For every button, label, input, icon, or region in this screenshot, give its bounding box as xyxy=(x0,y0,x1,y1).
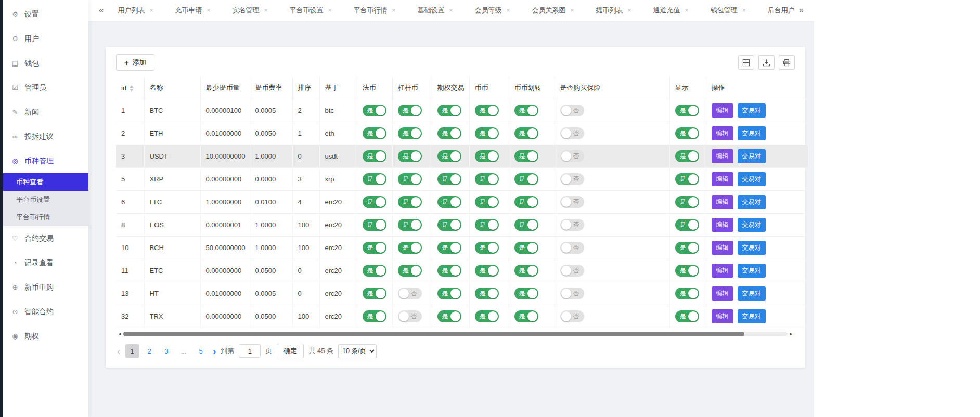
toggle-insurance[interactable]: 否 xyxy=(560,219,584,231)
sidebar-item-contract-trade[interactable]: ♡合约交易 xyxy=(3,226,88,251)
toggle-transfer[interactable]: 是 xyxy=(514,310,538,322)
trading-pair-button[interactable]: 交易对 xyxy=(738,264,766,278)
tab-user-list[interactable]: 用户列表× xyxy=(110,2,161,19)
toggle-options-trading[interactable]: 是 xyxy=(437,196,461,208)
column-toggle-button[interactable] xyxy=(738,55,754,70)
toggle-visible[interactable]: 是 xyxy=(675,265,699,277)
toggle-fiat[interactable]: 是 xyxy=(363,219,386,231)
toggle-spot[interactable]: 是 xyxy=(475,150,499,162)
tab-member-relation-graph[interactable]: 会员关系图× xyxy=(524,2,582,19)
toggle-spot[interactable]: 是 xyxy=(475,173,499,185)
toggle-transfer[interactable]: 是 xyxy=(514,242,538,254)
sidebar-item-wallet[interactable]: ▤钱包 xyxy=(3,51,88,75)
toggle-options-trading[interactable]: 是 xyxy=(437,173,461,185)
sidebar-item-users[interactable]: Ω用户 xyxy=(3,27,88,51)
tab-close-icon[interactable]: × xyxy=(628,7,631,14)
tab-deposit-requests[interactable]: 充币申请× xyxy=(167,2,218,19)
toggle-visible[interactable]: 是 xyxy=(675,150,699,162)
toggle-transfer[interactable]: 是 xyxy=(514,288,538,299)
toggle-visible[interactable]: 是 xyxy=(675,127,699,139)
toggle-spot[interactable]: 是 xyxy=(475,310,499,322)
toggle-insurance[interactable]: 否 xyxy=(560,173,584,185)
toggle-fiat[interactable]: 是 xyxy=(363,173,386,185)
toggle-leverage[interactable]: 是 xyxy=(398,150,422,162)
trading-pair-button[interactable]: 交易对 xyxy=(738,309,766,323)
page-number-3[interactable]: 3 xyxy=(160,344,174,358)
toggle-spot[interactable]: 是 xyxy=(475,265,499,277)
page-number-1[interactable]: 1 xyxy=(125,344,139,358)
toggle-insurance[interactable]: 否 xyxy=(560,242,584,254)
edit-button[interactable]: 编辑 xyxy=(712,286,733,301)
sidebar-item-new-coin-subscribe[interactable]: ⊕新币申购 xyxy=(3,275,88,299)
tab-wallet-manage[interactable]: 钱包管理× xyxy=(703,2,754,19)
tab-close-icon[interactable]: × xyxy=(207,7,210,14)
tab-backend-users[interactable]: 后台用户× xyxy=(760,2,796,19)
toggle-visible[interactable]: 是 xyxy=(675,173,699,185)
tab-close-icon[interactable]: × xyxy=(685,7,689,14)
toggle-fiat[interactable]: 是 xyxy=(363,127,386,139)
tab-close-icon[interactable]: × xyxy=(449,7,453,14)
sidebar-item-news[interactable]: ✎新闻 xyxy=(3,100,88,124)
edit-button[interactable]: 编辑 xyxy=(712,195,733,209)
edit-button[interactable]: 编辑 xyxy=(712,149,733,163)
add-button[interactable]: + 添加 xyxy=(116,54,154,71)
page-number-2[interactable]: 2 xyxy=(143,344,157,358)
edit-button[interactable]: 编辑 xyxy=(712,126,733,140)
trading-pair-button[interactable]: 交易对 xyxy=(738,149,766,163)
toggle-leverage[interactable]: 是 xyxy=(398,173,422,185)
toggle-options-trading[interactable]: 是 xyxy=(437,310,461,322)
print-button[interactable] xyxy=(779,55,795,70)
toggle-leverage[interactable]: 是 xyxy=(398,219,422,231)
toggle-options-trading[interactable]: 是 xyxy=(437,105,461,116)
sidebar-item-feedback[interactable]: ∞投拆建议 xyxy=(3,124,88,149)
edit-button[interactable]: 编辑 xyxy=(712,172,733,186)
trading-pair-button[interactable]: 交易对 xyxy=(738,172,766,186)
toggle-leverage[interactable]: 是 xyxy=(398,105,422,116)
scroll-left-icon[interactable]: ◄ xyxy=(116,332,123,336)
toggle-spot[interactable]: 是 xyxy=(475,242,499,254)
tab-member-level[interactable]: 会员等级× xyxy=(467,2,518,19)
toggle-fiat[interactable]: 是 xyxy=(363,150,386,162)
toggle-visible[interactable]: 是 xyxy=(675,105,699,116)
toggle-spot[interactable]: 是 xyxy=(475,196,499,208)
toggle-fiat[interactable]: 是 xyxy=(363,288,386,299)
toggle-options-trading[interactable]: 是 xyxy=(437,219,461,231)
toggle-fiat[interactable]: 是 xyxy=(363,196,386,208)
toggle-spot[interactable]: 是 xyxy=(475,127,499,139)
toggle-spot[interactable]: 是 xyxy=(475,288,499,299)
edit-button[interactable]: 编辑 xyxy=(712,241,733,255)
tab-close-icon[interactable]: × xyxy=(742,7,746,14)
tab-platform-coin-market[interactable]: 平台币行情× xyxy=(346,2,404,19)
tab-channel-deposit[interactable]: 通道充值× xyxy=(646,2,697,19)
toggle-options-trading[interactable]: 是 xyxy=(437,242,461,254)
tab-close-icon[interactable]: × xyxy=(328,7,332,14)
toggle-options-trading[interactable]: 是 xyxy=(437,288,461,299)
toggle-transfer[interactable]: 是 xyxy=(514,173,538,185)
page-number-5[interactable]: 5 xyxy=(194,344,208,358)
toggle-insurance[interactable]: 否 xyxy=(560,265,584,277)
tab-close-icon[interactable]: × xyxy=(507,7,510,14)
col-header-id[interactable]: id xyxy=(116,77,144,99)
tab-basic-settings[interactable]: 基础设置× xyxy=(410,2,461,19)
sidebar-item-settings[interactable]: ⚙设置 xyxy=(3,2,88,27)
toggle-leverage[interactable]: 否 xyxy=(398,310,422,322)
trading-pair-button[interactable]: 交易对 xyxy=(738,195,766,209)
toggle-transfer[interactable]: 是 xyxy=(514,219,538,231)
toggle-insurance[interactable]: 否 xyxy=(560,196,584,208)
toggle-visible[interactable]: 是 xyxy=(675,288,699,299)
tabs-scroll-right-icon[interactable]: » xyxy=(796,5,807,16)
page-size-select[interactable]: 10 条/页 xyxy=(338,344,377,358)
toggle-fiat[interactable]: 是 xyxy=(363,242,386,254)
tab-withdraw-list[interactable]: 提币列表× xyxy=(588,2,639,19)
trading-pair-button[interactable]: 交易对 xyxy=(738,286,766,301)
toggle-visible[interactable]: 是 xyxy=(675,219,699,231)
tab-close-icon[interactable]: × xyxy=(264,7,268,14)
toggle-transfer[interactable]: 是 xyxy=(514,105,538,116)
toggle-leverage[interactable]: 是 xyxy=(398,127,422,139)
toggle-insurance[interactable]: 否 xyxy=(560,288,584,299)
toggle-fiat[interactable]: 是 xyxy=(363,105,386,116)
sidebar-item-options[interactable]: ◉期权 xyxy=(3,324,88,348)
toggle-insurance[interactable]: 否 xyxy=(560,105,584,116)
toggle-leverage[interactable]: 否 xyxy=(398,288,422,299)
toggle-fiat[interactable]: 是 xyxy=(363,265,386,277)
